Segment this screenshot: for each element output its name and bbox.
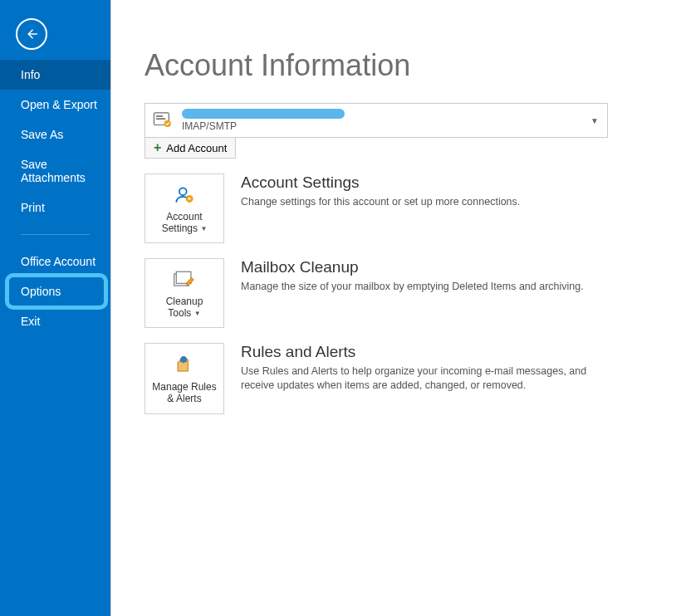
section-account-settings: Account Settings ▼ Account Settings Chan…: [145, 174, 646, 243]
account-settings-btn-label: Account Settings ▼: [162, 211, 208, 235]
section-text: Rules and Alerts Use Rules and Alerts to…: [241, 343, 646, 414]
section-text: Account Settings Change settings for thi…: [241, 174, 646, 243]
svg-point-4: [179, 188, 187, 195]
back-button[interactable]: [16, 18, 47, 50]
app-root: Info Open & Export Save As Save Attachme…: [0, 0, 676, 616]
nav-label: Save Attachments: [21, 158, 86, 184]
section-title: Mailbox Cleanup: [241, 258, 646, 276]
nav-divider: [21, 234, 90, 235]
main-pane: Account Information IMAP/SMTP ▼ + Add Ac…: [110, 0, 676, 616]
chevron-down-icon: ▼: [590, 116, 599, 125]
section-title: Rules and Alerts: [241, 343, 646, 361]
plus-icon: +: [154, 141, 161, 154]
account-type: IMAP/SMTP: [182, 121, 345, 132]
rules-icon: [172, 353, 197, 378]
section-desc: Change settings for this account or set …: [241, 195, 606, 209]
account-box-icon: [152, 109, 174, 133]
nav-label: Exit: [21, 315, 40, 328]
svg-rect-1: [156, 115, 163, 117]
nav-save-attachments[interactable]: Save Attachments: [0, 149, 110, 193]
chevron-down-icon: ▼: [194, 310, 201, 317]
nav-open-export[interactable]: Open & Export: [0, 90, 110, 120]
nav-options[interactable]: Options: [0, 276, 110, 306]
section-desc: Use Rules and Alerts to help organize yo…: [241, 364, 606, 393]
nav-label: Save As: [21, 128, 63, 141]
rules-btn-label: Manage Rules & Alerts: [152, 381, 216, 405]
nav-print[interactable]: Print: [0, 193, 110, 222]
svg-point-9: [183, 361, 184, 363]
cleanup-btn-label: Cleanup Tools ▼: [166, 296, 203, 320]
section-title: Account Settings: [241, 174, 646, 192]
account-email-redacted: [182, 109, 345, 119]
account-selector[interactable]: IMAP/SMTP ▼: [145, 103, 608, 138]
page-title: Account Information: [145, 48, 646, 83]
section-desc: Manage the size of your mailbox by empty…: [241, 280, 606, 294]
section-rules-alerts: Manage Rules & Alerts Rules and Alerts U…: [145, 343, 646, 414]
account-settings-icon: [173, 183, 196, 208]
nav-save-as[interactable]: Save As: [0, 120, 110, 149]
nav-label: Info: [21, 68, 40, 81]
cleanup-tools-button[interactable]: Cleanup Tools ▼: [145, 258, 224, 328]
nav-info[interactable]: Info: [0, 60, 110, 90]
nav-office-account[interactable]: Office Account: [0, 247, 110, 276]
nav-label: Open & Export: [21, 98, 97, 111]
add-account-button[interactable]: + Add Account: [145, 137, 236, 159]
manage-rules-button[interactable]: Manage Rules & Alerts: [145, 343, 224, 414]
backstage-sidebar: Info Open & Export Save As Save Attachme…: [0, 0, 110, 616]
nav-exit[interactable]: Exit: [0, 306, 110, 336]
account-settings-button[interactable]: Account Settings ▼: [145, 174, 224, 243]
section-mailbox-cleanup: Cleanup Tools ▼ Mailbox Cleanup Manage t…: [145, 258, 646, 328]
arrow-left-icon: [24, 27, 39, 42]
svg-point-6: [189, 198, 191, 200]
nav-label: Office Account: [21, 255, 96, 268]
cleanup-icon: [172, 267, 197, 292]
add-account-label: Add Account: [166, 142, 227, 154]
account-info: IMAP/SMTP: [182, 109, 345, 132]
section-text: Mailbox Cleanup Manage the size of your …: [241, 258, 646, 328]
nav-label: Print: [21, 201, 45, 214]
svg-rect-2: [156, 118, 165, 120]
nav-label: Options: [21, 285, 61, 298]
chevron-down-icon: ▼: [200, 225, 207, 232]
